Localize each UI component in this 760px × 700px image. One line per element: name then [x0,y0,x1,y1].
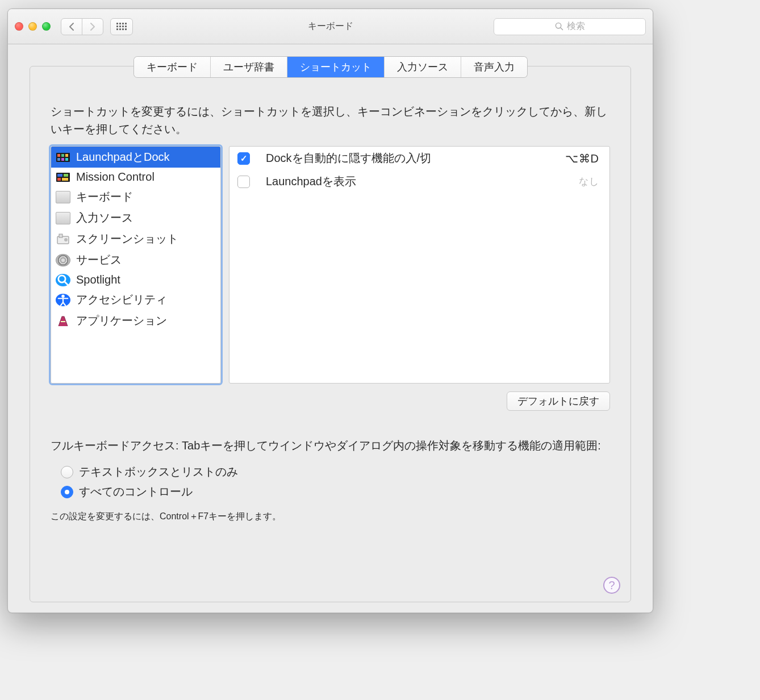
keyboard-access-hint: この設定を変更するには、Control＋F7キーを押します。 [51,511,610,523]
search-placeholder: 検索 [567,20,585,32]
category-row[interactable]: Spotlight [51,270,220,289]
accessibility-icon [56,294,70,306]
tab-4[interactable]: 音声入力 [461,57,527,77]
instructions-text: ショートカットを変更するには、ショートカットを選択し、キーコンビネーションをクリ… [51,103,610,138]
category-label: アクセシビリティ [76,292,167,307]
search-icon [555,22,563,31]
svg-rect-4 [61,154,64,157]
keyboard-icon [56,191,70,203]
shortcut-keys[interactable]: なし [579,175,599,188]
tab-strip: キーボードユーザ辞書ショートカット入力ソース音声入力 [134,57,527,77]
svg-point-16 [64,238,68,241]
shortcut-row[interactable]: Dockを自動的に隠す機能の入/切⌥⌘D [229,147,609,170]
show-all-button[interactable] [110,18,133,35]
radio-label: テキストボックスとリストのみ [79,464,238,480]
svg-rect-5 [65,154,68,157]
tab-1[interactable]: ユーザ辞書 [211,57,287,77]
zoom-button[interactable] [42,22,51,31]
applications-icon [56,315,70,327]
screenshot-icon [56,233,70,245]
keyboard-icon [56,212,70,224]
enable-checkbox[interactable] [237,176,250,188]
svg-rect-15 [59,234,62,238]
tab-3[interactable]: 入力ソース [385,57,461,77]
svg-rect-10 [57,174,62,177]
search-field[interactable]: 検索 [494,18,646,35]
category-row[interactable]: LaunchpadとDock [51,147,220,168]
category-list[interactable]: LaunchpadとDockMission Controlキーボード入力ソースス… [51,146,221,384]
radio-button[interactable] [61,486,73,498]
content-area: キーボードユーザ辞書ショートカット入力ソース音声入力 ショートカットを変更するに… [8,44,653,612]
category-row[interactable]: アプリケーション [51,310,220,331]
svg-rect-6 [57,158,60,161]
category-label: Mission Control [76,170,154,184]
shortcut-label: Dockを自動的に隠す機能の入/切 [266,151,565,166]
svg-rect-12 [57,178,61,181]
keyboard-access-option[interactable]: テキストボックスとリストのみ [61,462,610,482]
category-label: アプリケーション [76,313,167,328]
category-label: キーボード [76,189,133,205]
close-button[interactable] [15,22,23,31]
tab-0[interactable]: キーボード [134,57,211,77]
back-button[interactable] [61,18,82,35]
category-label: LaunchpadとDock [76,149,170,165]
traffic-lights [15,22,51,31]
category-row[interactable]: アクセシビリティ [51,289,220,310]
svg-point-19 [61,294,65,298]
spotlight-icon [56,274,70,286]
shortcut-list[interactable]: Dockを自動的に隠す機能の入/切⌥⌘DLaunchpadを表示なし [229,146,610,384]
forward-button[interactable] [82,18,103,35]
enable-checkbox[interactable] [237,152,250,165]
svg-line-1 [560,28,562,30]
category-label: サービス [76,252,122,268]
category-row[interactable]: スクリーンショット [51,228,220,249]
shortcut-label: Launchpadを表示 [266,174,579,189]
titlebar: キーボード 検索 [8,9,653,44]
full-keyboard-access-text: フルキーボードアクセス: Tabキーを押してウインドウやダイアログ内の操作対象を… [51,437,610,454]
chevron-left-icon [68,22,75,31]
nav-buttons [61,18,103,35]
svg-rect-8 [65,158,68,161]
help-button[interactable]: ? [603,577,620,594]
svg-line-18 [65,281,68,285]
keyboard-access-radios: テキストボックスとリストのみすべてのコントロール [61,462,610,502]
svg-rect-7 [61,158,64,161]
minimize-button[interactable] [28,22,37,31]
restore-defaults-button[interactable]: デフォルトに戻す [507,391,610,411]
tab-2[interactable]: ショートカット [287,57,385,77]
shortcut-row[interactable]: Launchpadを表示なし [229,170,609,193]
services-icon [56,254,70,266]
category-label: Spotlight [76,273,120,286]
svg-rect-13 [62,178,68,181]
svg-rect-3 [57,154,60,157]
svg-rect-20 [61,321,65,322]
launchpad-icon [56,151,70,164]
category-row[interactable]: サービス [51,249,220,270]
mission-icon [56,171,70,184]
grid-icon [116,23,127,31]
chevron-right-icon [89,22,96,31]
shortcut-keys[interactable]: ⌥⌘D [565,152,599,165]
category-row[interactable]: キーボード [51,186,220,207]
radio-label: すべてのコントロール [79,484,193,499]
keyboard-access-option[interactable]: すべてのコントロール [61,482,610,502]
svg-rect-11 [64,174,68,177]
category-row[interactable]: 入力ソース [51,207,220,228]
prefs-window: キーボード 検索 キーボードユーザ辞書ショートカット入力ソース音声入力 ショート… [7,9,653,613]
category-row[interactable]: Mission Control [51,168,220,186]
radio-button[interactable] [61,466,73,478]
category-label: スクリーンショット [76,231,178,247]
category-label: 入力ソース [76,210,133,226]
